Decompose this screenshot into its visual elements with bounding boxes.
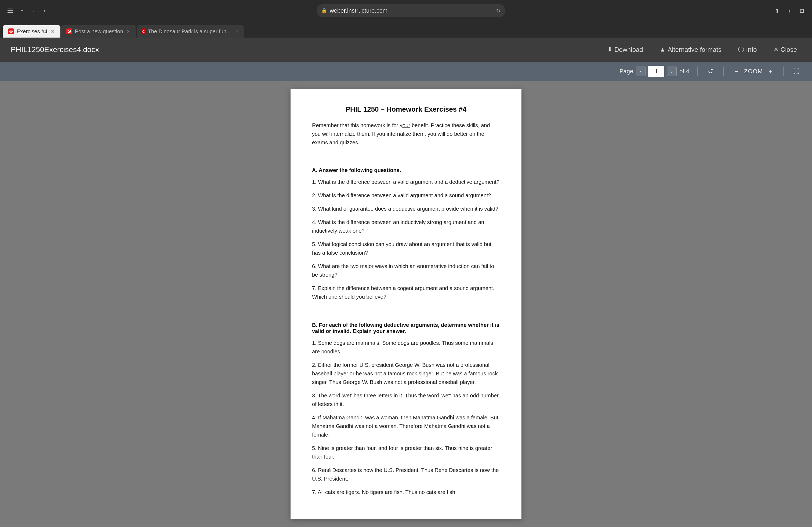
page-navigation: Page ‹ 1 › of 4 bbox=[620, 66, 689, 77]
alt-formats-icon: ▲ bbox=[660, 46, 666, 53]
section-b-header: B. For each of the following deductive a… bbox=[312, 322, 500, 334]
url-text: weber.instructure.com bbox=[330, 7, 388, 14]
question-b5: 5. Nine is greater than four, and four i… bbox=[312, 444, 500, 461]
question-a3: 3. What kind of guarantee does a deducti… bbox=[312, 205, 500, 213]
zoom-in-button[interactable]: ＋ bbox=[766, 66, 775, 76]
canvas-favicon-exercises bbox=[8, 28, 14, 34]
total-pages-label: of 4 bbox=[679, 68, 689, 75]
close-button[interactable]: ✕ Close bbox=[769, 44, 801, 56]
rotate-button[interactable]: ↺ bbox=[706, 66, 715, 76]
tab-label-post: Post a new question bbox=[75, 28, 123, 35]
sidebar-toggle-button[interactable] bbox=[5, 6, 15, 16]
svg-point-6 bbox=[69, 31, 70, 32]
document-toolbar: Page ‹ 1 › of 4 ↺ − ZOOM ＋ ⛶ bbox=[0, 62, 812, 81]
svg-rect-1 bbox=[8, 11, 13, 11]
question-a5: 5. What logical conclusion can you draw … bbox=[312, 240, 500, 257]
zoom-controls: − ZOOM ＋ bbox=[732, 66, 775, 76]
address-bar[interactable]: 🔒 weber.instructure.com ↻ bbox=[317, 4, 505, 17]
tab-close-post[interactable]: ✕ bbox=[126, 29, 131, 34]
question-b2: 2. Either the former U.S. president Geor… bbox=[312, 361, 500, 387]
forward-button[interactable]: › bbox=[40, 6, 49, 16]
new-tab-button[interactable]: ＋ bbox=[785, 6, 794, 16]
document-area: PHIL 1250 – Homework Exercises #4 Rememb… bbox=[0, 81, 812, 527]
document-title: PHIL1250Exercises4.docx bbox=[11, 45, 99, 54]
download-label: Download bbox=[614, 46, 643, 54]
close-icon: ✕ bbox=[773, 46, 779, 53]
question-b7: 7. All cats are tigers. No tigers are fi… bbox=[312, 488, 500, 496]
page-number-input[interactable]: 1 bbox=[648, 66, 664, 77]
question-a2: 2. What is the difference between a vali… bbox=[312, 191, 500, 200]
toolbar-divider-1 bbox=[697, 66, 698, 76]
tab-label-exercises: Exercises #4 bbox=[17, 28, 47, 35]
download-icon: ⬇ bbox=[607, 46, 612, 53]
question-b6: 6. René Descartes is now the U.S. Presid… bbox=[312, 466, 500, 483]
tab-post-question[interactable]: Post a new question ✕ bbox=[61, 25, 136, 37]
svg-rect-2 bbox=[8, 12, 13, 13]
svg-rect-0 bbox=[8, 9, 13, 10]
close-label: Close bbox=[781, 46, 797, 54]
lock-icon: 🔒 bbox=[321, 8, 327, 14]
zoom-label: ZOOM bbox=[744, 68, 763, 75]
toolbar-divider-3 bbox=[783, 66, 784, 76]
prev-page-button[interactable]: ‹ bbox=[636, 66, 646, 76]
question-b1: 1. Some dogs are mammals. Some dogs are … bbox=[312, 338, 500, 356]
svg-point-4 bbox=[11, 31, 12, 32]
tab-exercises[interactable]: Exercises #4 ✕ bbox=[3, 25, 60, 37]
share-button[interactable]: ⬆ bbox=[772, 6, 782, 16]
chegg-favicon: C bbox=[142, 28, 145, 34]
section-a-header: A. Answer the following questions. bbox=[312, 167, 500, 174]
tab-close-chegg[interactable]: ✕ bbox=[235, 29, 239, 34]
fullscreen-button[interactable]: ⛶ bbox=[792, 66, 801, 76]
info-label: Info bbox=[746, 46, 757, 54]
question-a1: 1. What is the difference between a vali… bbox=[312, 178, 500, 186]
document-page: PHIL 1250 – Homework Exercises #4 Rememb… bbox=[291, 89, 521, 519]
document-header: PHIL1250Exercises4.docx ⬇ Download ▲ Alt… bbox=[0, 37, 812, 62]
toolbar-divider-2 bbox=[723, 66, 724, 76]
info-button[interactable]: ⓘ Info bbox=[734, 44, 761, 56]
question-a7: 7. Explain the difference between a coge… bbox=[312, 284, 500, 301]
download-button[interactable]: ⬇ Download bbox=[603, 44, 648, 56]
tab-close-exercises[interactable]: ✕ bbox=[50, 29, 55, 34]
zoom-out-button[interactable]: − bbox=[732, 66, 741, 76]
tab-chegg[interactable]: C The Dinosaur Park is a super fun place… bbox=[137, 25, 244, 37]
chevron-down-icon[interactable] bbox=[19, 8, 25, 13]
alt-formats-label: Alternative formats bbox=[668, 46, 722, 54]
page-label: Page bbox=[620, 68, 633, 75]
browser-title-bar: ‹ › 🔒 weber.instructure.com ↻ ⬆ ＋ ⊞ bbox=[0, 0, 812, 21]
back-button[interactable]: ‹ bbox=[29, 6, 39, 16]
question-b4: 4. If Mahatma Gandhi was a woman, then M… bbox=[312, 413, 500, 439]
reload-icon[interactable]: ↻ bbox=[496, 7, 501, 14]
tabs-bar: Exercises #4 ✕ Post a new question ✕ C T… bbox=[0, 21, 812, 37]
question-a4: 4. What is the difference between an ind… bbox=[312, 218, 500, 235]
question-b3: 3. The word 'wet' has three letters in i… bbox=[312, 391, 500, 408]
alternative-formats-button[interactable]: ▲ Alternative formats bbox=[655, 44, 726, 56]
tab-label-chegg: The Dinosaur Park is a super fun place f… bbox=[148, 28, 233, 35]
info-icon: ⓘ bbox=[738, 46, 744, 54]
next-page-button[interactable]: › bbox=[667, 66, 677, 76]
question-a6: 6. What are the two major ways in which … bbox=[312, 262, 500, 279]
tabs-overview-button[interactable]: ⊞ bbox=[797, 6, 807, 16]
canvas-favicon-post bbox=[66, 28, 72, 34]
document-heading: PHIL 1250 – Homework Exercises #4 bbox=[312, 105, 500, 114]
document-intro: Remember that this homework is for your … bbox=[312, 121, 500, 147]
